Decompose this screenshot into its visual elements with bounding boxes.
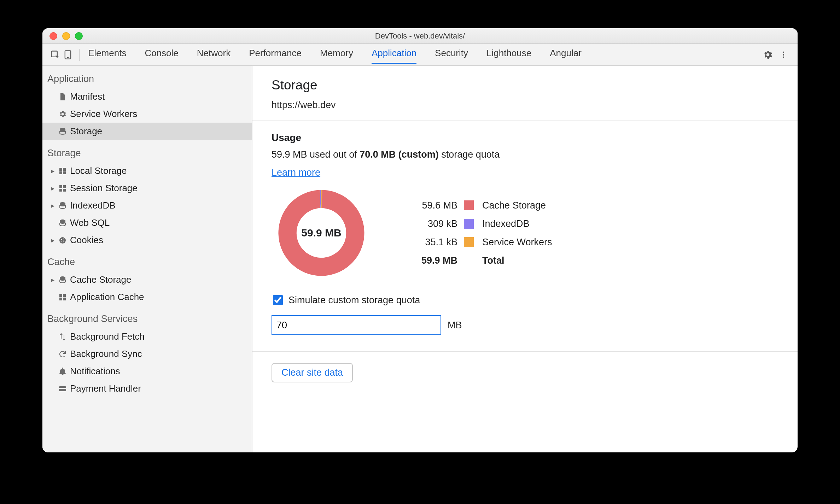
sidebar-item-label: Application Cache — [70, 292, 144, 303]
database-icon — [57, 219, 69, 227]
sidebar-item-label: Storage — [70, 126, 102, 137]
window-title: DevTools - web.dev/vitals/ — [375, 31, 465, 41]
tab-security[interactable]: Security — [435, 45, 468, 64]
window-titlebar: DevTools - web.dev/vitals/ — [42, 28, 798, 44]
tab-memory[interactable]: Memory — [320, 45, 353, 64]
sidebar-item-background-sync[interactable]: Background Sync — [42, 345, 252, 363]
sidebar-item-label: Payment Handler — [70, 383, 141, 394]
usage-summary: 59.9 MB used out of 70.0 MB (custom) sto… — [272, 149, 778, 160]
sidebar-item-notifications[interactable]: Notifications — [42, 363, 252, 380]
panel-header: Storage https://web.dev — [252, 66, 798, 121]
legend-size: 59.9 MB — [404, 255, 457, 266]
legend-size: 35.1 kB — [404, 237, 457, 248]
toolbar-divider — [79, 49, 80, 61]
sidebar-group-storage: Storage — [42, 140, 252, 162]
sidebar-item-storage[interactable]: Storage — [42, 123, 252, 140]
svg-rect-28 — [59, 388, 66, 389]
database-icon — [57, 201, 69, 210]
sidebar-item-background-fetch[interactable]: Background Fetch — [42, 328, 252, 345]
sidebar-item-indexeddb[interactable]: ▸IndexedDB — [42, 197, 252, 214]
sidebar-item-label: Manifest — [70, 91, 105, 102]
usage-suffix: storage quota — [439, 149, 500, 160]
clear-site-data-button[interactable]: Clear site data — [272, 363, 353, 382]
minimize-window-button[interactable] — [62, 32, 70, 40]
sidebar-item-label: Cookies — [70, 235, 103, 246]
usage-heading: Usage — [272, 132, 778, 143]
expand-caret-icon[interactable]: ▸ — [49, 276, 57, 284]
sidebar-item-label: Web SQL — [70, 217, 110, 228]
legend-label: Total — [482, 255, 504, 266]
simulate-quota-row[interactable]: Simulate custom storage quota — [272, 294, 778, 306]
traffic-lights — [49, 32, 83, 40]
svg-point-3 — [783, 51, 784, 53]
svg-point-20 — [63, 240, 64, 241]
zoom-window-button[interactable] — [75, 32, 83, 40]
sidebar-item-label: Background Fetch — [70, 331, 145, 342]
sidebar-item-local-storage[interactable]: ▸Local Storage — [42, 162, 252, 180]
legend-swatch — [464, 200, 474, 210]
legend-label: IndexedDB — [482, 218, 530, 229]
donut-center-label: 59.9 MB — [274, 185, 369, 281]
sidebar-item-cache-storage[interactable]: ▸Cache Storage — [42, 271, 252, 288]
sidebar-item-label: Local Storage — [70, 165, 127, 176]
usage-section: Usage 59.9 MB used out of 70.0 MB (custo… — [252, 121, 798, 352]
tab-application[interactable]: Application — [372, 45, 416, 64]
tab-performance[interactable]: Performance — [249, 45, 302, 64]
expand-caret-icon[interactable]: ▸ — [49, 236, 57, 244]
device-toolbar-icon[interactable] — [62, 48, 74, 61]
sidebar-item-label: IndexedDB — [70, 200, 116, 211]
tab-console[interactable]: Console — [145, 45, 178, 64]
sidebar-item-manifest[interactable]: Manifest — [42, 88, 252, 105]
application-sidebar: ApplicationManifestService WorkersStorag… — [42, 66, 252, 452]
close-window-button[interactable] — [49, 32, 57, 40]
more-options-icon[interactable] — [776, 47, 791, 63]
expand-caret-icon[interactable]: ▸ — [49, 202, 57, 210]
simulate-quota-checkbox[interactable] — [273, 295, 283, 305]
quota-input[interactable] — [272, 315, 441, 335]
sidebar-item-label: Service Workers — [70, 109, 137, 119]
bell-icon — [57, 367, 69, 376]
svg-rect-24 — [63, 294, 66, 297]
legend-label: Service Workers — [482, 237, 552, 248]
file-icon — [57, 93, 69, 101]
tab-network[interactable]: Network — [197, 45, 231, 64]
usage-quota: 70.0 MB (custom) — [360, 149, 439, 160]
quota-unit: MB — [448, 320, 462, 331]
tab-elements[interactable]: Elements — [88, 45, 126, 64]
inspect-element-icon[interactable] — [49, 48, 62, 61]
legend-row-indexeddb: 309 kBIndexedDB — [404, 215, 552, 233]
sidebar-item-label: Session Storage — [70, 183, 138, 194]
sidebar-item-payment-handler[interactable]: Payment Handler — [42, 380, 252, 397]
tab-lighthouse[interactable]: Lighthouse — [486, 45, 531, 64]
sidebar-group-background-services: Background Services — [42, 306, 252, 328]
svg-point-18 — [61, 239, 62, 240]
legend-row-total: 59.9 MBTotal — [404, 251, 552, 270]
legend-row-cache-storage: 59.6 MBCache Storage — [404, 196, 552, 215]
sync-icon — [57, 350, 69, 358]
sidebar-item-session-storage[interactable]: ▸Session Storage — [42, 180, 252, 197]
legend-swatch — [464, 237, 474, 247]
legend-label: Cache Storage — [482, 200, 546, 211]
usage-legend: 59.6 MBCache Storage309 kBIndexedDB35.1 … — [404, 196, 552, 270]
sidebar-item-service-workers[interactable]: Service Workers — [42, 105, 252, 123]
cookie-icon — [57, 236, 69, 245]
svg-point-5 — [783, 56, 784, 58]
clear-section: Clear site data — [252, 352, 798, 394]
expand-caret-icon[interactable]: ▸ — [49, 167, 57, 175]
sidebar-item-cookies[interactable]: ▸Cookies — [42, 232, 252, 249]
tab-angular[interactable]: Angular — [550, 45, 582, 64]
simulate-quota-label: Simulate custom storage quota — [288, 295, 420, 306]
svg-point-4 — [783, 54, 784, 55]
usage-prefix: 59.9 MB used out of — [272, 149, 360, 160]
svg-rect-13 — [59, 189, 62, 192]
svg-rect-25 — [59, 298, 62, 300]
sidebar-item-label: Cache Storage — [70, 274, 131, 285]
sidebar-item-web-sql[interactable]: Web SQL — [42, 214, 252, 232]
svg-point-17 — [59, 237, 66, 244]
expand-caret-icon[interactable]: ▸ — [49, 184, 57, 192]
devtools-window: DevTools - web.dev/vitals/ ElementsConso… — [42, 28, 798, 452]
learn-more-link[interactable]: Learn more — [272, 167, 320, 178]
sidebar-item-application-cache[interactable]: Application Cache — [42, 288, 252, 306]
svg-rect-23 — [59, 294, 62, 297]
settings-gear-icon[interactable] — [760, 47, 776, 63]
